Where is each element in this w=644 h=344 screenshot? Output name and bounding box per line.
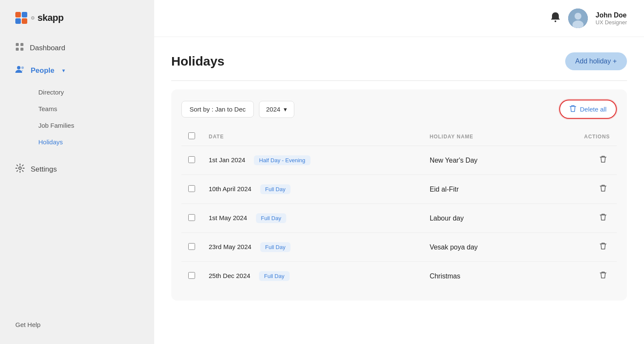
sort-button[interactable]: Sort by : Jan to Dec — [181, 101, 254, 118]
svg-point-6 — [19, 167, 21, 169]
get-help-link[interactable]: Get Help — [15, 321, 40, 328]
row-type: Full Day — [260, 184, 291, 194]
row-delete-button-2[interactable] — [596, 212, 610, 225]
row-date-cell: 1st May 2024 Full Day — [202, 204, 423, 233]
table-row: 10th April 2024 Full Day Eid al-Fitr — [181, 175, 617, 204]
row-holiday-name: Christmas — [430, 272, 460, 280]
row-checkbox-cell — [181, 146, 202, 175]
row-actions-cell — [541, 204, 617, 233]
svg-rect-0 — [16, 43, 19, 46]
row-type: Full Day — [260, 242, 291, 252]
sidebar-item-directory[interactable]: Directory — [35, 84, 146, 100]
row-holiday-name-cell: Eid al-Fitr — [423, 175, 541, 204]
page-title: Holidays — [171, 54, 224, 69]
row-type: Full Day — [259, 271, 290, 281]
year-dropdown[interactable]: 2024 ▾ — [259, 101, 294, 118]
user-info: John Doe UX Designer — [595, 11, 627, 26]
sidebar-item-job-families[interactable]: Job Families — [35, 118, 146, 133]
people-icon — [15, 65, 25, 76]
row-delete-button-0[interactable] — [596, 154, 610, 167]
row-delete-button-4[interactable] — [596, 269, 610, 283]
svg-point-9 — [575, 13, 581, 20]
row-delete-button-1[interactable] — [596, 183, 610, 196]
page-content: Holidays Add holiday + Sort by : Jan to … — [154, 37, 644, 344]
row-checkbox-cell — [181, 262, 202, 291]
divider — [171, 80, 627, 81]
content-header: Holidays Add holiday + — [171, 52, 627, 70]
people-arrow-icon: ▾ — [62, 67, 65, 74]
row-checkbox-cell — [181, 175, 202, 204]
avatar-image — [568, 9, 588, 28]
svg-point-5 — [21, 66, 24, 69]
table-toolbar: Sort by : Jan to Dec 2024 ▾ Delete all — [181, 100, 617, 119]
row-checkbox-2[interactable] — [188, 214, 195, 221]
logo-text: skapp — [37, 12, 63, 23]
delete-all-label: Delete all — [580, 106, 607, 113]
row-actions-cell — [541, 146, 617, 175]
table-row: 25th Dec 2024 Full Day Christmas — [181, 262, 617, 291]
row-date-cell: 23rd May 2024 Full Day — [202, 233, 423, 262]
sidebar: ⚙ skapp Dashboard — [0, 0, 154, 344]
holidays-table: DATE HOLIDAY NAME ACTIONS 1st Jan 2024 H… — [181, 127, 617, 290]
logo-area: ⚙ skapp — [0, 0, 154, 37]
sidebar-item-dashboard-label: Dashboard — [30, 44, 65, 52]
row-date: 10th April 2024 — [209, 185, 251, 192]
delete-all-button[interactable]: Delete all — [559, 100, 617, 119]
row-date: 23rd May 2024 — [209, 243, 251, 250]
logo: ⚙ skapp — [15, 12, 63, 24]
logo-icon — [15, 12, 27, 24]
dashboard-icon — [15, 43, 24, 53]
header-checkbox-col — [181, 127, 202, 146]
row-holiday-name: Labour day — [430, 215, 464, 222]
header-actions: ACTIONS — [541, 127, 617, 146]
row-holiday-name-cell: New Year's Day — [423, 146, 541, 175]
add-holiday-button[interactable]: Add holiday + — [565, 52, 627, 70]
row-delete-button-3[interactable] — [596, 241, 610, 254]
svg-rect-2 — [16, 48, 19, 51]
svg-rect-3 — [20, 48, 23, 51]
toolbar-left: Sort by : Jan to Dec 2024 ▾ — [181, 101, 294, 118]
sidebar-item-teams[interactable]: Teams — [35, 101, 146, 117]
sidebar-item-people[interactable]: People ▾ — [9, 60, 146, 81]
table-row: 1st May 2024 Full Day Labour day — [181, 204, 617, 233]
row-date-cell: 10th April 2024 Full Day — [202, 175, 423, 204]
delete-all-icon — [569, 105, 576, 114]
header: John Doe UX Designer — [154, 0, 644, 37]
row-checkbox-3[interactable] — [188, 243, 195, 250]
main-content: John Doe UX Designer Holidays Add holida… — [154, 0, 644, 344]
user-role: UX Designer — [595, 19, 627, 26]
sidebar-item-dashboard[interactable]: Dashboard — [9, 37, 146, 58]
year-chevron-icon: ▾ — [284, 106, 287, 113]
svg-point-4 — [17, 66, 20, 69]
sidebar-item-holidays[interactable]: Holidays — [35, 134, 146, 150]
row-checkbox-4[interactable] — [188, 272, 195, 279]
svg-rect-1 — [20, 43, 23, 46]
row-date: 25th Dec 2024 — [209, 272, 250, 279]
row-holiday-name: New Year's Day — [430, 157, 477, 164]
sidebar-item-settings-label: Settings — [31, 165, 57, 174]
row-actions-cell — [541, 175, 617, 204]
row-checkbox-1[interactable] — [188, 185, 195, 192]
header-holiday-name: HOLIDAY NAME — [423, 127, 541, 146]
row-checkbox-cell — [181, 233, 202, 262]
notification-bell[interactable] — [550, 11, 561, 25]
sidebar-item-settings[interactable]: Settings — [9, 158, 146, 180]
row-type: Half Day - Evening — [254, 155, 310, 165]
row-actions-cell — [541, 233, 617, 262]
row-date: 1st Jan 2024 — [209, 156, 245, 163]
sidebar-item-people-label: People — [31, 66, 55, 75]
row-type: Full Day — [256, 213, 287, 223]
row-date-cell: 25th Dec 2024 Full Day — [202, 262, 423, 291]
row-actions-cell — [541, 262, 617, 291]
svg-point-7 — [555, 20, 556, 22]
row-checkbox-0[interactable] — [188, 156, 195, 163]
row-holiday-name-cell: Labour day — [423, 204, 541, 233]
avatar — [568, 9, 588, 28]
row-holiday-name: Eid al-Fitr — [430, 186, 459, 193]
select-all-checkbox[interactable] — [188, 132, 195, 139]
settings-icon — [15, 163, 25, 175]
header-date: DATE — [202, 127, 423, 146]
row-checkbox-cell — [181, 204, 202, 233]
table-row: 1st Jan 2024 Half Day - Evening New Year… — [181, 146, 617, 175]
user-name: John Doe — [595, 11, 627, 19]
